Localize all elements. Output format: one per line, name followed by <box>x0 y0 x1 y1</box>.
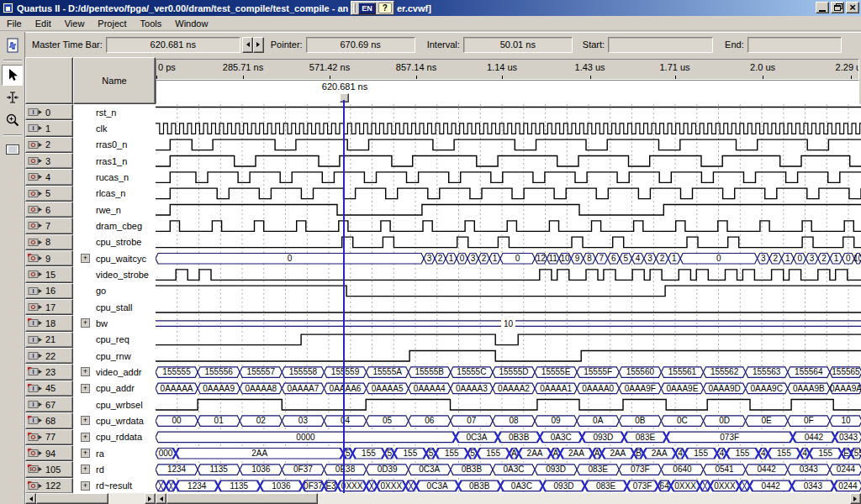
signal-row-button-rlcas_n[interactable]: O5 <box>25 186 73 202</box>
signal-row-button-cpu_waitcyc[interactable]: O9 <box>25 250 73 266</box>
scrollbar-thumb[interactable] <box>36 493 108 504</box>
signal-row-button-rst_n[interactable]: I0 <box>25 104 73 120</box>
signal-name-cell[interactable]: +bw <box>73 315 156 331</box>
expand-icon[interactable]: + <box>81 318 90 328</box>
signal-name-cell[interactable]: rucas_n <box>73 169 156 185</box>
menu-edit[interactable]: Edit <box>29 17 58 30</box>
menu-window[interactable]: Window <box>168 17 214 30</box>
time-ruler[interactable]: 0 ps285.71 ns571.42 ns857.14 ns1.14 us1.… <box>156 59 859 80</box>
ruler-tick-mark <box>416 76 417 79</box>
signal-row-button-rd[interactable]: IO105 <box>25 461 73 477</box>
expand-icon[interactable]: + <box>81 416 90 425</box>
start-field[interactable] <box>608 37 713 53</box>
signal-name-cell[interactable]: +rd <box>73 461 156 477</box>
signal-row-button-rwe_n[interactable]: O6 <box>25 202 73 218</box>
close-button[interactable] <box>846 2 859 13</box>
signal-name-cell[interactable]: video_strobe <box>73 266 156 282</box>
menu-project[interactable]: Project <box>91 17 133 30</box>
expand-icon[interactable]: + <box>81 465 90 474</box>
signal-name-cell[interactable]: rras0_n <box>73 137 156 153</box>
signal-name-cell[interactable]: clk <box>73 120 156 136</box>
menu-file[interactable]: File <box>0 17 29 30</box>
signal-row-button-cpu_rddata[interactable]: O77 <box>25 429 73 445</box>
minimize-button[interactable] <box>816 2 829 13</box>
signal-row-button-ra[interactable]: O94 <box>25 445 73 461</box>
signal-row-button-cpu_strobe[interactable]: O8 <box>25 234 73 250</box>
drag-handle-icon[interactable] <box>353 3 356 13</box>
master-time-marker-handle[interactable] <box>340 93 349 102</box>
spin-left-button[interactable] <box>242 37 253 53</box>
name-panel-scrollbar[interactable] <box>25 493 156 504</box>
expand-icon[interactable]: + <box>81 481 90 491</box>
expand-icon[interactable]: + <box>81 254 90 263</box>
signal-row-button-bw[interactable]: I18 <box>25 315 73 331</box>
signal-row-button-rucas_n[interactable]: O4 <box>25 169 73 185</box>
master-time-field[interactable]: 620.681 ns <box>106 37 240 53</box>
waveform-canvas[interactable]: 0321032101211109876543210321032101010155… <box>156 104 861 494</box>
language-bar[interactable]: EN ? <box>351 1 394 15</box>
marker-strip[interactable]: 620.681 ns <box>156 80 859 104</box>
end-field[interactable] <box>747 37 842 53</box>
titlebar[interactable]: Quartus II - D:/d/pentevo/fpga/_ver0.00/… <box>0 0 861 16</box>
signal-name-cell[interactable]: rst_n <box>73 104 156 120</box>
signal-name-cell[interactable]: cpu_req <box>73 332 156 348</box>
signal-name-cell[interactable]: dram_cbeg <box>73 218 156 234</box>
signal-name-cell[interactable]: +video_addr <box>73 364 156 380</box>
expand-icon[interactable]: + <box>81 367 90 376</box>
signal-row-button-rd~result[interactable]: O122 <box>25 478 73 494</box>
selection-tool-button[interactable] <box>2 65 23 86</box>
out-pin-icon: O <box>28 156 44 165</box>
signal-name-cell[interactable]: +rd~result <box>73 478 156 494</box>
waveform-scrollbar[interactable] <box>156 493 861 504</box>
spin-right-button[interactable] <box>253 37 264 53</box>
signal-row-button-rras0_n[interactable]: O2 <box>25 137 73 153</box>
scrollbar-thumb[interactable] <box>166 493 318 504</box>
signal-name-cell[interactable]: +cpu_wrdata <box>73 412 156 428</box>
signal-name-cell[interactable]: cpu_stall <box>73 299 156 315</box>
expand-icon[interactable]: + <box>81 449 90 458</box>
scroll-left-button[interactable] <box>25 493 36 504</box>
signal-name-cell[interactable]: rwe_n <box>73 202 156 218</box>
help-icon[interactable]: ? <box>378 3 392 13</box>
waveform-edit-tool-button[interactable] <box>2 87 23 108</box>
signal-name-cell[interactable]: +cpu_waitcyc <box>73 250 156 266</box>
svg-text:0F37: 0F37 <box>304 481 323 491</box>
zoom-tool-button[interactable] <box>2 110 23 131</box>
signal-row-button-video_strobe[interactable]: O15 <box>25 266 73 282</box>
scroll-right-button[interactable] <box>850 493 861 504</box>
signal-name-cell[interactable]: rras1_n <box>73 153 156 169</box>
signal-row-button-clk[interactable]: I1 <box>25 120 73 136</box>
expand-icon[interactable]: + <box>81 433 90 442</box>
signal-row-button-video_addr[interactable]: I23 <box>25 364 73 380</box>
svg-text:0D: 0D <box>719 416 730 425</box>
fullscreen-tool-button[interactable] <box>2 139 23 160</box>
scroll-left-button[interactable] <box>156 493 166 504</box>
out-pin-icon: O <box>28 254 44 263</box>
name-column-header[interactable]: Name <box>73 57 156 104</box>
signal-row-button-cpu_rnw[interactable]: I22 <box>25 348 73 364</box>
signal-name-cell[interactable]: go <box>73 283 156 299</box>
waveform-editor-button[interactable] <box>2 35 23 56</box>
signal-name-cell[interactable]: +ra <box>73 445 156 461</box>
signal-name-cell[interactable]: +cpu_addr <box>73 381 156 396</box>
signal-name-cell[interactable]: cpu_rnw <box>73 348 156 364</box>
signal-row-button-dram_cbeg[interactable]: O7 <box>25 218 73 234</box>
expand-icon[interactable]: + <box>81 384 90 393</box>
signal-name: rras1_n <box>96 156 127 166</box>
language-indicator[interactable]: EN <box>358 3 376 14</box>
signal-row-button-rras1_n[interactable]: O3 <box>25 153 73 169</box>
signal-name-cell[interactable]: +cpu_rddata <box>73 429 156 445</box>
restore-button[interactable] <box>831 2 844 13</box>
signal-name-cell[interactable]: cpu_strobe <box>73 234 156 250</box>
signal-row-button-cpu_stall[interactable]: O17 <box>25 299 73 315</box>
signal-row-button-cpu_req[interactable]: I21 <box>25 332 73 348</box>
signal-row-button-cpu_wrbsel[interactable]: I67 <box>25 396 73 412</box>
menu-tools[interactable]: Tools <box>134 17 169 30</box>
signal-name-cell[interactable]: cpu_wrbsel <box>73 396 156 412</box>
scroll-right-button[interactable] <box>145 493 156 504</box>
signal-row-button-cpu_addr[interactable]: I45 <box>25 381 73 396</box>
signal-row-button-go[interactable]: I16 <box>25 283 73 299</box>
signal-name-cell[interactable]: rlcas_n <box>73 186 156 202</box>
signal-row-button-cpu_wrdata[interactable]: I68 <box>25 412 73 428</box>
menu-view[interactable]: View <box>58 17 92 30</box>
